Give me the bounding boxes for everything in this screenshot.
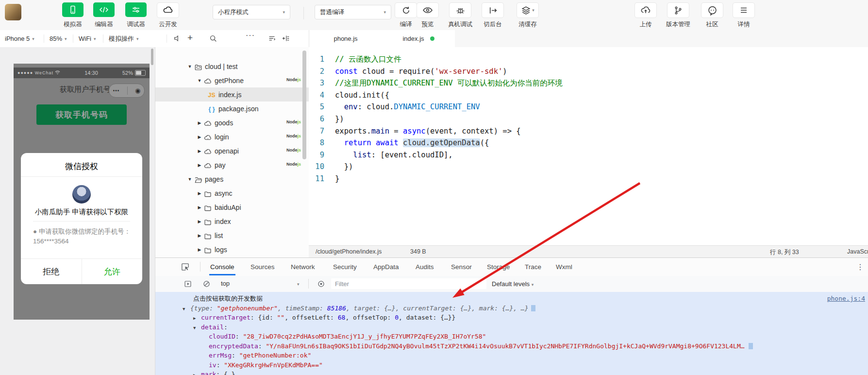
tree-item-label: index.js [218, 91, 241, 99]
user-avatar[interactable] [5, 4, 21, 20]
capsule-menu[interactable]: ••• ◉ [109, 84, 145, 98]
tree-item-login[interactable]: ▶loginNodejs [155, 130, 309, 144]
tree-expander-icon[interactable]: ▶ [196, 163, 203, 168]
cloud-dev-button[interactable]: 云开发 [146, 0, 190, 30]
clear-cache-layers-icon[interactable]: ▾ [517, 2, 539, 18]
zoom-selector[interactable]: 85%▾ [50, 30, 67, 47]
tab-phone-js[interactable]: phone.js [309, 30, 383, 47]
code-editor[interactable]: 1// 云函数入口文件2const cloud = require('wx-se… [309, 47, 868, 245]
tree-item-pages[interactable]: ▼pages [155, 172, 309, 186]
tree-item-cloud-test[interactable]: ▼cloud | test [155, 59, 309, 73]
tree-item-label: index [215, 218, 231, 225]
tree-item-logs[interactable]: ▶logs [155, 242, 309, 256]
scrollbar-thumb[interactable] [302, 51, 306, 159]
devtools-tab-trace[interactable]: Trace [525, 258, 541, 275]
collapse-panel-icon[interactable] [282, 34, 290, 44]
expand-arrow-icon[interactable]: ▶ [193, 371, 201, 375]
tab-index-js[interactable]: index.js [382, 30, 455, 47]
devtools-tab-security[interactable]: Security [333, 258, 357, 275]
debugger-sliders-icon[interactable] [125, 2, 147, 17]
inspect-element-icon[interactable] [181, 262, 190, 273]
tree-item-label: login [215, 133, 229, 141]
tree-item-label: package.json [218, 105, 259, 113]
mute-speaker-icon[interactable] [173, 34, 182, 44]
preview-eye-icon[interactable] [417, 2, 439, 18]
code-line-4: 4cloud.init({ [309, 89, 868, 102]
more-icon[interactable]: ••• [113, 88, 120, 93]
network-selector[interactable]: WiFi▾ [79, 30, 96, 47]
devtools-tab-storage[interactable]: Storage [487, 258, 510, 275]
source-link[interactable]: phone.js:4 [827, 294, 865, 304]
wifi-icon [55, 70, 60, 76]
tree-expander-icon[interactable]: ▼ [196, 78, 203, 83]
upload-cloud-icon[interactable] [634, 2, 657, 18]
line-number: 9 [309, 149, 324, 161]
devtools-tab-audits[interactable]: Audits [416, 258, 434, 275]
log-levels-select[interactable]: Default levels ▾ [492, 280, 534, 288]
tree-item-openapi[interactable]: ▶openapiNodejs [155, 144, 309, 158]
mode-dropdown[interactable]: 小程序模式 ▾ [213, 5, 290, 19]
device-selector[interactable]: iPhone 5▾ [5, 30, 34, 47]
chevron-down-icon: ▾ [283, 10, 285, 15]
language-mode[interactable]: JavaScript [847, 248, 868, 255]
devtools-tab-sensor[interactable]: Sensor [451, 258, 472, 275]
close-mini-icon[interactable]: ◉ [135, 87, 140, 94]
tree-item-index-js[interactable]: JSindex.js [155, 87, 309, 102]
tree-item-baiduapi[interactable]: ▶baiduApi [155, 200, 309, 214]
community-chat-icon[interactable] [701, 2, 723, 18]
tree-expander-icon[interactable]: ▶ [196, 149, 203, 153]
devtools-tab-appdata[interactable]: AppData [373, 258, 399, 275]
sort-lines-icon[interactable] [267, 34, 276, 44]
tree-expander-icon[interactable]: ▼ [186, 177, 193, 182]
devtools-tab-wxml[interactable]: Wxml [556, 258, 572, 275]
editor-code-icon[interactable] [93, 2, 115, 17]
tree-expander-icon[interactable]: ▶ [196, 205, 203, 210]
editor-status-bar: /cloud/getPhone/index.js 349 B 行 8, 列 33… [309, 245, 868, 258]
scrollbar-thumb[interactable] [151, 49, 153, 65]
tree-item-getphone[interactable]: ▼getPhoneNodejs [155, 73, 309, 87]
clear-cache-layers-button[interactable]: ▾清缓存 [506, 0, 550, 30]
tree-expander-icon[interactable]: ▶ [196, 219, 203, 224]
tree-expander-icon[interactable]: ▶ [196, 247, 203, 252]
cloud-dev-icon[interactable] [157, 2, 179, 18]
add-file-icon[interactable]: + [187, 33, 193, 43]
allow-button[interactable]: 允许 [82, 259, 143, 284]
console-log-row: ▼detail: [155, 323, 868, 332]
version-branch-icon[interactable] [667, 2, 689, 18]
compile-mode-dropdown[interactable]: 普通编译 ▾ [315, 5, 391, 19]
more-options-icon[interactable]: ··· [246, 31, 255, 40]
frame-context-select[interactable]: top [221, 280, 230, 287]
eye-watch-icon[interactable] [317, 280, 325, 290]
background-switch-icon[interactable] [482, 2, 504, 18]
console-toolbar: top ▾ Filter Default levels ▾ [155, 276, 868, 292]
search-icon[interactable] [209, 34, 217, 44]
tree-item-package-json[interactable]: { }package.json [155, 102, 309, 116]
devtools-tab-console[interactable]: Console [210, 258, 234, 275]
simulate-actions-selector[interactable]: 模拟操作▾ [109, 30, 139, 47]
divider [200, 262, 200, 272]
cloud-function-icon [203, 161, 213, 169]
remote-debug-bug-icon[interactable] [449, 2, 471, 18]
tree-expander-icon[interactable]: ▶ [196, 135, 203, 139]
tree-item-goods[interactable]: ▶goodsNodejs [155, 116, 309, 130]
javascript-file-icon: JS [207, 91, 217, 99]
tree-expander-icon[interactable]: ▶ [196, 120, 203, 125]
tree-expander-icon[interactable]: ▶ [196, 191, 203, 196]
tree-item-index[interactable]: ▶index [155, 214, 309, 228]
deny-button[interactable]: 拒绝 [21, 259, 82, 284]
tree-item-pay[interactable]: ▶payNodejs [155, 158, 309, 172]
devtools-tab-sources[interactable]: Sources [250, 258, 275, 275]
tree-expander-icon[interactable]: ▶ [196, 233, 203, 238]
simulator-phone-icon[interactable] [62, 2, 83, 17]
tree-expander-icon[interactable]: ▼ [186, 64, 193, 69]
details-menu-button[interactable]: 详情 [722, 0, 766, 30]
get-phone-number-button[interactable]: 获取手机号码 [36, 104, 127, 125]
tree-item-async[interactable]: ▶async [155, 186, 309, 200]
details-menu-icon[interactable] [733, 2, 755, 18]
kebab-menu-icon[interactable]: ⋮ [856, 262, 864, 272]
tree-item-list[interactable]: ▶list [155, 228, 309, 242]
frame-play-icon[interactable] [184, 280, 192, 290]
devtools-tab-network[interactable]: Network [291, 258, 315, 275]
filter-input[interactable]: Filter [331, 278, 486, 289]
clear-console-icon[interactable] [202, 280, 211, 290]
